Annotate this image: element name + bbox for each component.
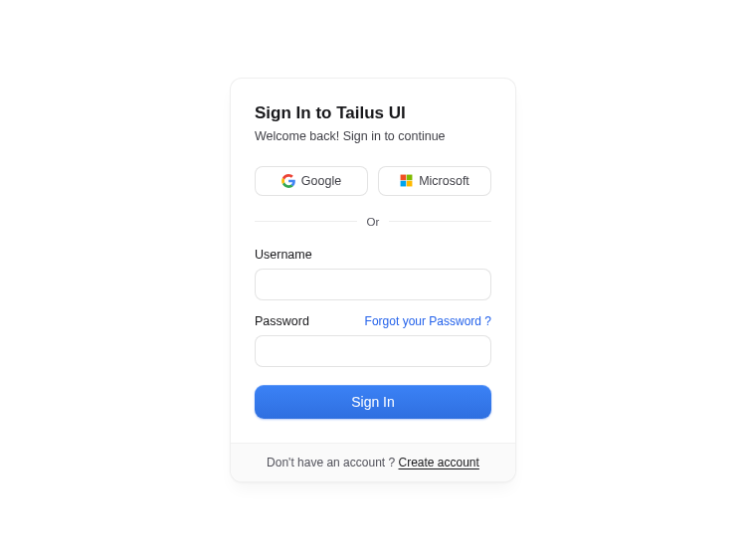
password-input[interactable] (255, 335, 491, 367)
create-account-link[interactable]: Create account (399, 456, 479, 469)
password-label-row: Password Forgot your Password ? (255, 314, 491, 328)
signin-button[interactable]: Sign In (255, 385, 491, 419)
signup-prompt: Don't have an account ? Create account (243, 456, 503, 469)
password-label: Password (255, 314, 309, 328)
card-body: Sign In to Tailus UI Welcome back! Sign … (231, 79, 515, 443)
divider-label: Or (367, 216, 380, 228)
svg-rect-0 (401, 175, 407, 181)
google-oauth-button[interactable]: Google (255, 166, 368, 196)
divider-row: Or (255, 216, 491, 228)
microsoft-oauth-label: Microsoft (419, 174, 469, 188)
username-input[interactable] (255, 269, 491, 300)
google-oauth-label: Google (301, 174, 341, 188)
page-title: Sign In to Tailus UI (255, 102, 491, 124)
google-icon (281, 174, 295, 188)
page: Sign In to Tailus UI Welcome back! Sign … (0, 0, 746, 560)
divider-line-right (389, 221, 491, 222)
svg-rect-3 (407, 181, 413, 187)
forgot-password-link[interactable]: Forgot your Password ? (365, 314, 491, 328)
microsoft-oauth-button[interactable]: Microsoft (378, 166, 491, 196)
username-label: Username (255, 248, 312, 262)
divider-line-left (255, 221, 357, 222)
signin-card: Sign In to Tailus UI Welcome back! Sign … (230, 78, 516, 482)
oauth-buttons-row: Google Microsoft (255, 166, 491, 196)
username-field: Username (255, 248, 491, 300)
username-label-row: Username (255, 248, 491, 262)
microsoft-icon (400, 174, 413, 187)
page-subtitle: Welcome back! Sign in to continue (255, 128, 491, 146)
svg-rect-2 (401, 181, 407, 187)
card-footer: Don't have an account ? Create account (231, 443, 515, 481)
signup-prompt-text: Don't have an account ? (267, 456, 398, 469)
password-field: Password Forgot your Password ? (255, 314, 491, 367)
svg-rect-1 (407, 175, 413, 181)
